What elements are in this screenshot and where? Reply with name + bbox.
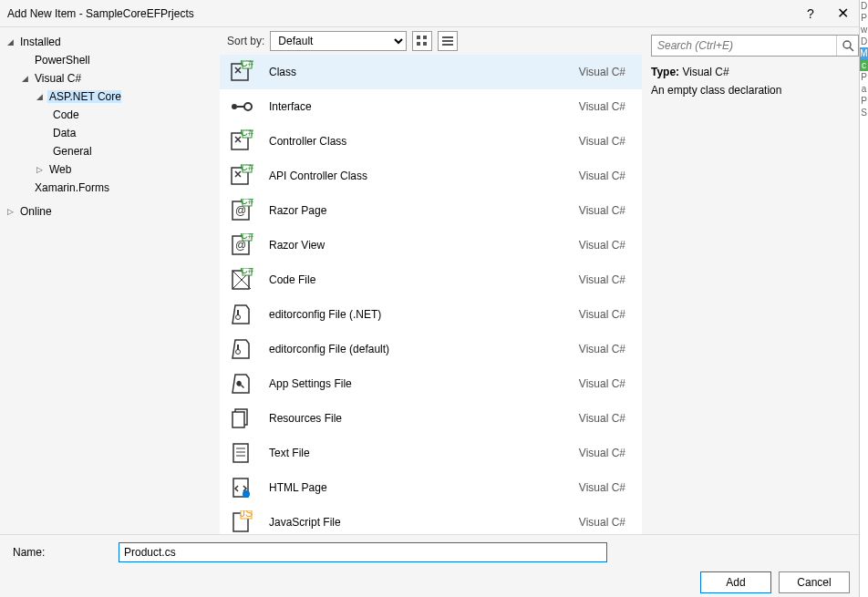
tree-label: PowerShell: [33, 54, 90, 67]
category-tree: ◢ Installed PowerShell ◢ Visual C# ◢ ASP…: [0, 27, 219, 534]
template-toolbar: Sort by: Default: [220, 27, 642, 55]
search-box[interactable]: [651, 35, 859, 57]
template-row[interactable]: @C#Razor PageVisual C#: [220, 193, 642, 228]
add-button[interactable]: Add: [700, 571, 771, 593]
tree-web[interactable]: ▷ Web: [0, 160, 219, 179]
template-row[interactable]: JSJavaScript FileVisual C#: [220, 505, 642, 534]
template-name: Class: [269, 66, 579, 78]
template-icon: [229, 406, 254, 431]
svg-rect-36: [233, 444, 248, 462]
main-area: ◢ Installed PowerShell ◢ Visual C# ◢ ASP…: [0, 27, 868, 534]
svg-rect-35: [232, 412, 244, 427]
tree-label: Online: [18, 205, 52, 218]
template-icon: C#: [229, 129, 254, 154]
template-row[interactable]: C#Code FileVisual C#: [220, 262, 642, 297]
side-strip: DPwDMcPaPS: [859, 0, 868, 597]
template-lang: Visual C#: [579, 447, 625, 459]
template-row[interactable]: editorconfig File (default)Visual C#: [220, 332, 642, 366]
template-name: Resources File: [269, 412, 579, 425]
template-lang: Visual C#: [579, 412, 625, 425]
template-lang: Visual C#: [579, 481, 625, 494]
tree-label: Web: [47, 163, 71, 176]
template-list: C#ClassVisual C#InterfaceVisual C#C#Cont…: [220, 55, 642, 534]
tree-aspnetcore[interactable]: ◢ ASP.NET Core: [0, 87, 219, 106]
svg-rect-2: [417, 42, 420, 46]
template-lang: Visual C#: [579, 204, 625, 217]
side-strip-char: S: [860, 107, 868, 118]
template-panel: Sort by: Default C#ClassVisual C#Interfa…: [219, 27, 642, 534]
template-name: Controller Class: [269, 135, 579, 148]
template-lang: Visual C#: [579, 135, 625, 148]
name-label: Name:: [13, 546, 119, 559]
svg-text:JS: JS: [240, 510, 253, 520]
search-input[interactable]: [652, 39, 836, 52]
template-row[interactable]: InterfaceVisual C#: [220, 89, 642, 124]
template-icon: @C#: [229, 232, 254, 258]
view-list-button[interactable]: [438, 31, 458, 51]
side-strip-char: a: [860, 83, 868, 95]
view-grid-button[interactable]: [412, 31, 432, 51]
cancel-button[interactable]: Cancel: [779, 571, 850, 593]
template-icon: [229, 371, 254, 396]
template-row[interactable]: editorconfig File (.NET)Visual C#: [220, 297, 642, 332]
template-name: HTML Page: [269, 481, 579, 494]
template-row[interactable]: HTML PageVisual C#: [220, 470, 642, 505]
name-input[interactable]: [119, 542, 607, 562]
tree-label: ASP.NET Core: [47, 90, 121, 103]
details-panel: Type: Visual C# An empty class declarati…: [642, 27, 868, 534]
template-row[interactable]: Resources FileVisual C#: [220, 401, 642, 436]
close-button[interactable]: ✕: [824, 5, 861, 22]
svg-point-32: [236, 350, 241, 355]
template-icon: @C#: [229, 198, 254, 223]
tree-xamarin[interactable]: Xamarin.Forms: [0, 179, 219, 197]
svg-text:C#: C#: [240, 129, 253, 139]
template-row[interactable]: Text FileVisual C#: [220, 436, 642, 470]
footer-bar: Name: Add Cancel: [0, 534, 868, 596]
tree-online[interactable]: ▷ Online: [0, 202, 219, 221]
sortby-select[interactable]: Default: [270, 31, 407, 51]
template-name: API Controller Class: [269, 170, 579, 182]
template-lang: Visual C#: [579, 100, 625, 113]
template-icon: [229, 440, 254, 466]
tree-general[interactable]: General: [0, 142, 219, 160]
template-name: editorconfig File (default): [269, 343, 579, 355]
help-button[interactable]: ?: [797, 6, 824, 21]
svg-point-45: [843, 41, 851, 48]
svg-text:C#: C#: [240, 199, 253, 207]
tree-label: Data: [51, 127, 76, 139]
side-strip-char: P: [860, 12, 868, 24]
tree-visualcs[interactable]: ◢ Visual C#: [0, 69, 219, 87]
tree-label: Visual C#: [33, 72, 81, 85]
search-icon[interactable]: [836, 36, 858, 56]
title-bar: Add New Item - SampleCoreEFPrjects ? ✕: [0, 0, 868, 27]
chevron-right-icon: ▷: [7, 207, 18, 216]
svg-rect-4: [442, 36, 453, 38]
sortby-label: Sort by:: [227, 35, 264, 47]
template-lang: Visual C#: [579, 516, 625, 529]
template-row[interactable]: App Settings FileVisual C#: [220, 366, 642, 401]
template-lang: Visual C#: [579, 377, 625, 390]
name-row: Name:: [13, 542, 855, 562]
template-row[interactable]: C#Controller ClassVisual C#: [220, 124, 642, 159]
description-text: An empty class declaration: [651, 84, 859, 97]
tree-code[interactable]: Code: [0, 106, 219, 124]
template-row[interactable]: @C#Razor ViewVisual C#: [220, 228, 642, 262]
template-name: Interface: [269, 100, 579, 113]
svg-rect-5: [442, 40, 453, 42]
template-list-scroll[interactable]: C#ClassVisual C#InterfaceVisual C#C#Cont…: [220, 55, 642, 534]
template-row[interactable]: C#API Controller ClassVisual C#: [220, 159, 642, 193]
template-name: JavaScript File: [269, 516, 579, 529]
template-name: App Settings File: [269, 377, 579, 390]
template-name: editorconfig File (.NET): [269, 308, 579, 321]
template-row[interactable]: C#ClassVisual C#: [220, 55, 642, 89]
tree-data[interactable]: Data: [0, 124, 219, 142]
svg-text:C#: C#: [240, 233, 253, 242]
template-lang: Visual C#: [579, 308, 625, 321]
chevron-down-icon: ◢: [7, 37, 18, 46]
side-strip-char: D: [860, 36, 868, 47]
tree-powershell[interactable]: PowerShell: [0, 51, 219, 69]
side-strip-char: P: [860, 71, 868, 83]
side-strip-char: w: [860, 24, 868, 36]
tree-label: Xamarin.Forms: [33, 181, 109, 194]
tree-installed[interactable]: ◢ Installed: [0, 33, 219, 51]
